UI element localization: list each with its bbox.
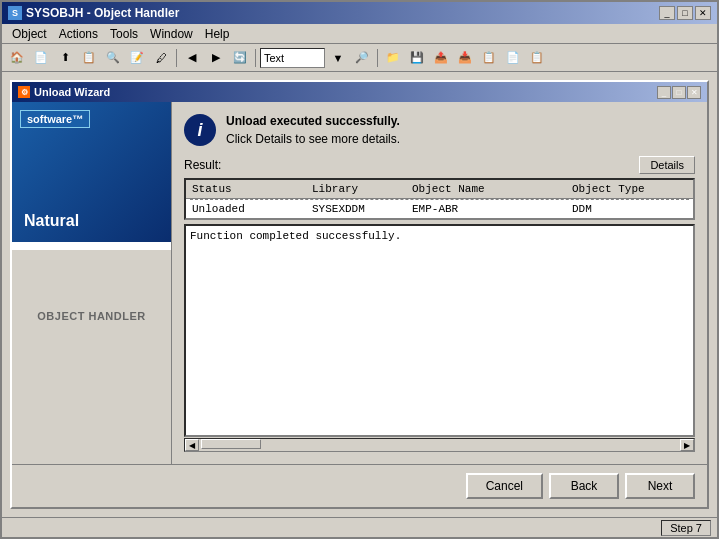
result-header: Result: Details xyxy=(184,156,695,174)
wizard-right-panel: i Unload executed successfully. Click De… xyxy=(172,102,707,464)
horizontal-scrollbar[interactable]: ◀ ▶ xyxy=(184,438,695,452)
wizard-header: i Unload executed successfully. Click De… xyxy=(184,114,695,146)
toolbar-sep-1 xyxy=(176,49,177,67)
wizard-panel: ⚙ Unload Wizard _ □ ✕ xyxy=(10,80,709,509)
toolbar-btn-14[interactable]: 💾 xyxy=(406,47,428,69)
info-icon: i xyxy=(184,114,216,146)
toolbar-btn-11[interactable]: ▼ xyxy=(327,47,349,69)
toolbar-btn-3[interactable]: ⬆ xyxy=(54,47,76,69)
wizard-minimize-btn[interactable]: _ xyxy=(657,86,671,99)
menu-bar: Object Actions Tools Window Help xyxy=(2,24,717,44)
wizard-footer: Cancel Back Next xyxy=(12,464,707,507)
toolbar-btn-4[interactable]: 📋 xyxy=(78,47,100,69)
menu-help[interactable]: Help xyxy=(199,26,236,42)
wizard-title-text: ⚙ Unload Wizard xyxy=(18,86,110,98)
logo-top: software™ Natural xyxy=(12,102,171,242)
toolbar-btn-17[interactable]: 📋 xyxy=(478,47,500,69)
toolbar-btn-16[interactable]: 📥 xyxy=(454,47,476,69)
log-area: Function completed successfully. xyxy=(184,224,695,437)
col-header-library: Library xyxy=(310,182,410,196)
software-brand: software™ xyxy=(27,113,83,125)
cell-object-type: DDM xyxy=(570,202,689,216)
log-scroll-container: Function completed successfully. ◀ ▶ xyxy=(184,220,695,452)
log-text: Function completed successfully. xyxy=(190,230,401,242)
details-button[interactable]: Details xyxy=(639,156,695,174)
title-buttons: _ □ ✕ xyxy=(659,6,711,20)
content-area: ⚙ Unload Wizard _ □ ✕ xyxy=(2,72,717,517)
scroll-thumb[interactable] xyxy=(201,439,261,449)
menu-window[interactable]: Window xyxy=(144,26,199,42)
toolbar-btn-10[interactable]: 🔄 xyxy=(229,47,251,69)
wizard-header-subtitle: Click Details to see more details. xyxy=(226,132,400,146)
cell-status: Unloaded xyxy=(190,202,310,216)
software-logo: software™ xyxy=(20,110,90,128)
table-header-row: Status Library Object Name Object Type xyxy=(186,180,693,199)
status-bar: Step 7 xyxy=(2,517,717,537)
title-bar-left: S SYSOBJH - Object Handler xyxy=(8,6,179,20)
maximize-button[interactable]: □ xyxy=(677,6,693,20)
main-window-title: SYSOBJH - Object Handler xyxy=(26,6,179,20)
wizard-close-btn[interactable]: ✕ xyxy=(687,86,701,99)
logo-white-strip xyxy=(12,242,171,250)
toolbar-btn-5[interactable]: 🔍 xyxy=(102,47,124,69)
app-icon: S xyxy=(8,6,22,20)
toolbar-sep-2 xyxy=(255,49,256,67)
wizard-title-bar: ⚙ Unload Wizard _ □ ✕ xyxy=(12,82,707,102)
toolbar: 🏠 📄 ⬆ 📋 🔍 📝 🖊 ◀ ▶ 🔄 ▼ 🔎 📁 💾 📤 📥 📋 📄 📋 xyxy=(2,44,717,72)
cancel-button[interactable]: Cancel xyxy=(466,473,543,499)
wizard-header-text: Unload executed successfully. Click Deta… xyxy=(226,114,400,146)
wizard-left-panel: software™ Natural OBJECT HANDLER xyxy=(12,102,172,464)
toolbar-btn-18[interactable]: 📄 xyxy=(502,47,524,69)
menu-tools[interactable]: Tools xyxy=(104,26,144,42)
toolbar-btn-8[interactable]: ◀ xyxy=(181,47,203,69)
result-label: Result: xyxy=(184,158,221,172)
wizard-title: Unload Wizard xyxy=(34,86,110,98)
menu-object[interactable]: Object xyxy=(6,26,53,42)
menu-actions[interactable]: Actions xyxy=(53,26,104,42)
close-button[interactable]: ✕ xyxy=(695,6,711,20)
back-button[interactable]: Back xyxy=(549,473,619,499)
col-header-object-type: Object Type xyxy=(570,182,689,196)
software-logo-text: software™ xyxy=(20,110,90,128)
table-row: Unloaded SYSEXDDM EMP-ABR DDM xyxy=(186,200,693,218)
scroll-left-arrow[interactable]: ◀ xyxy=(185,439,199,451)
toolbar-btn-19[interactable]: 📋 xyxy=(526,47,548,69)
scroll-right-arrow[interactable]: ▶ xyxy=(680,439,694,451)
result-table: Status Library Object Name Object Type U… xyxy=(184,178,695,220)
logo-area: software™ Natural xyxy=(12,102,171,302)
toolbar-btn-12[interactable]: 🔎 xyxy=(351,47,373,69)
toolbar-btn-13[interactable]: 📁 xyxy=(382,47,404,69)
minimize-button[interactable]: _ xyxy=(659,6,675,20)
main-window: S SYSOBJH - Object Handler _ □ ✕ Object … xyxy=(0,0,719,539)
col-header-object-name: Object Name xyxy=(410,182,570,196)
toolbar-btn-1[interactable]: 🏠 xyxy=(6,47,28,69)
wizard-body: software™ Natural OBJECT HANDLER i xyxy=(12,102,707,464)
toolbar-btn-6[interactable]: 📝 xyxy=(126,47,148,69)
wizard-maximize-btn[interactable]: □ xyxy=(672,86,686,99)
wizard-title-buttons: _ □ ✕ xyxy=(657,86,701,99)
toolbar-btn-15[interactable]: 📤 xyxy=(430,47,452,69)
wizard-icon: ⚙ xyxy=(18,86,30,98)
toolbar-sep-3 xyxy=(377,49,378,67)
status-text: Step 7 xyxy=(661,520,711,536)
cell-object-name: EMP-ABR xyxy=(410,202,570,216)
toolbar-btn-9[interactable]: ▶ xyxy=(205,47,227,69)
cell-library: SYSEXDDM xyxy=(310,202,410,216)
object-handler-label: OBJECT HANDLER xyxy=(12,302,171,330)
next-button[interactable]: Next xyxy=(625,473,695,499)
natural-text: Natural xyxy=(24,212,79,230)
wizard-header-title: Unload executed successfully. xyxy=(226,114,400,128)
toolbar-text-input[interactable] xyxy=(260,48,325,68)
toolbar-btn-2[interactable]: 📄 xyxy=(30,47,52,69)
col-header-status: Status xyxy=(190,182,310,196)
main-title-bar: S SYSOBJH - Object Handler _ □ ✕ xyxy=(2,2,717,24)
toolbar-btn-7[interactable]: 🖊 xyxy=(150,47,172,69)
result-section: Result: Details Status Library Object Na… xyxy=(184,156,695,452)
